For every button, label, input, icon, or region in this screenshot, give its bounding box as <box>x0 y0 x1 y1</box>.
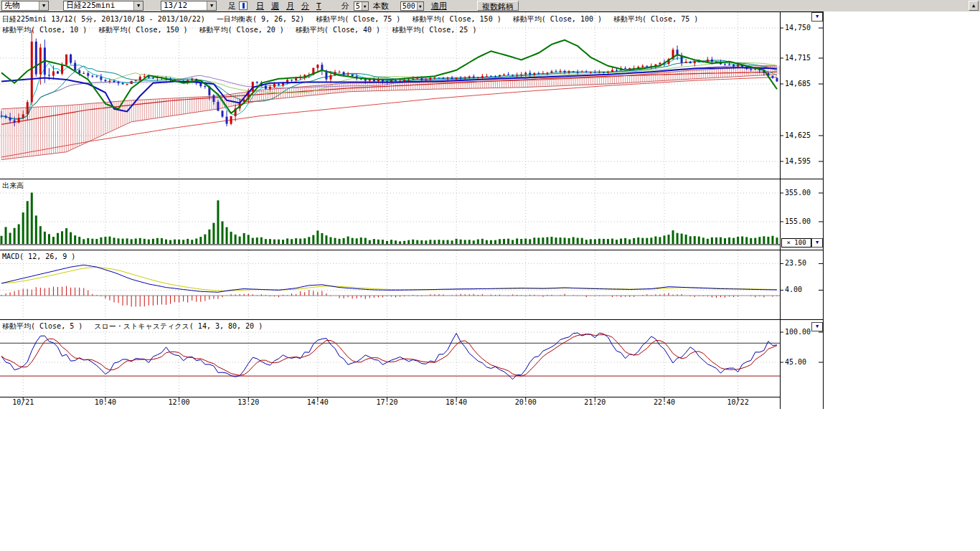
instrument-type-select[interactable]: 先物 ▼ <box>1 1 49 11</box>
dropdown-arrow-icon[interactable]: ▼ <box>39 1 48 10</box>
ashi-label: 足 <box>228 1 236 11</box>
period-month-button[interactable]: 月 <box>286 1 294 11</box>
trading-chart-window: { "toolbar": { "instrument_type": "先物", … <box>0 0 980 551</box>
toolbar: 先物 ▼ 日経225mini ▼ 13/12 ▼ 足 日 週 月 分 T 分 5… <box>0 0 980 11</box>
bars-label: 本数 <box>373 1 389 11</box>
minute-value: 5 <box>354 2 362 10</box>
instrument-type-value: 先物 <box>2 1 39 10</box>
stochastics-panel-collapse-arrow[interactable]: ▼ <box>811 322 823 331</box>
period-tick-button[interactable]: T <box>316 1 321 11</box>
bars-input[interactable]: 500 ▼ <box>400 1 424 11</box>
contract-month-value: 13/12 <box>161 1 207 10</box>
dropdown-arrow-icon[interactable]: ▼ <box>207 1 216 10</box>
minute-input[interactable]: 5 ▼ <box>354 1 369 11</box>
scroll-up-button[interactable]: ▲ <box>969 1 979 11</box>
contract-month-select[interactable]: 13/12 ▼ <box>161 1 217 11</box>
candle-type-icon[interactable] <box>239 1 248 10</box>
symbol-select[interactable]: 日経225mini ▼ <box>63 1 143 11</box>
period-day-button[interactable]: 日 <box>256 1 264 11</box>
dropdown-arrow-icon[interactable]: ▼ <box>133 1 143 10</box>
volume-panel-collapse-arrow[interactable]: ▼ <box>811 238 823 248</box>
spinner-arrow-icon[interactable]: ▼ <box>417 2 423 10</box>
spinner-arrow-icon[interactable]: ▼ <box>362 2 368 10</box>
minute-label: 分 <box>341 1 349 11</box>
period-minute-button[interactable]: 分 <box>301 1 309 11</box>
period-week-button[interactable]: 週 <box>271 1 279 11</box>
price-panel-collapse-arrow[interactable]: ▼ <box>811 12 823 22</box>
multi-symbol-button[interactable]: 複数銘柄 <box>477 1 519 11</box>
apply-button[interactable]: 適用 <box>431 1 447 11</box>
chart-canvas[interactable] <box>0 0 980 551</box>
symbol-value: 日経225mini <box>64 1 133 10</box>
bars-value: 500 <box>401 2 417 10</box>
